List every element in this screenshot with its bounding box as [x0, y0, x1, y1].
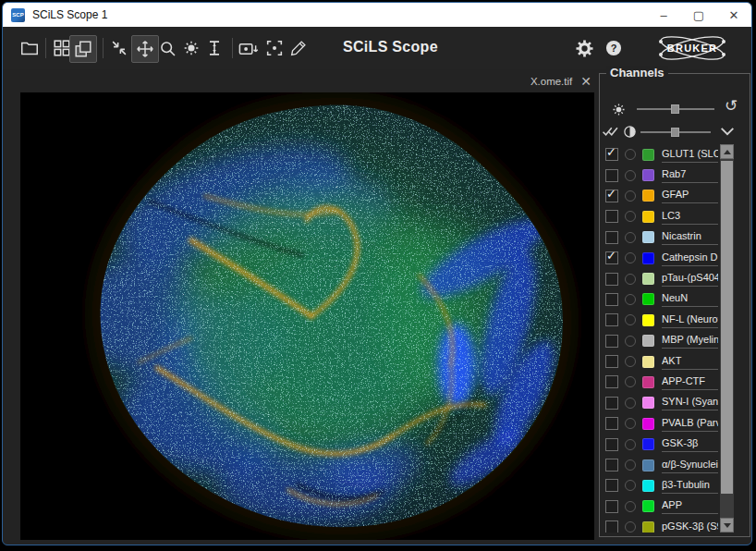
channel-checkbox[interactable]: ✓ — [605, 148, 618, 161]
channel-color-swatch[interactable] — [642, 438, 654, 450]
chevron-down-icon[interactable] — [719, 125, 736, 138]
channel-solo-radio[interactable] — [625, 211, 636, 222]
channel-checkbox[interactable]: ✓ — [605, 459, 618, 471]
channel-checkbox[interactable]: ✓ — [605, 169, 618, 182]
channel-checkbox[interactable]: ✓ — [605, 500, 618, 513]
channel-checkbox[interactable]: ✓ — [605, 355, 618, 368]
minimize-button[interactable]: – — [646, 3, 681, 27]
scrollbar-thumb[interactable] — [721, 161, 733, 494]
channel-solo-radio[interactable] — [625, 190, 636, 202]
channel-checkbox[interactable]: ✓ — [605, 273, 618, 286]
annotate-pencil-button[interactable] — [287, 36, 311, 60]
channel-color-swatch[interactable] — [642, 149, 654, 161]
channel-label[interactable]: Nicastrin — [662, 229, 718, 245]
channel-checkbox[interactable]: ✓ — [605, 210, 618, 223]
tab-close-icon[interactable]: ✕ — [580, 77, 591, 86]
contrast-slider-thumb[interactable] — [671, 128, 679, 137]
channel-checkbox[interactable]: ✓ — [605, 190, 618, 202]
channel-list-scrollbar[interactable] — [720, 144, 734, 533]
channel-solo-radio[interactable] — [625, 439, 636, 450]
intensity-range-button[interactable] — [202, 36, 226, 60]
contrast-slider[interactable] — [640, 127, 711, 138]
export-snapshot-button[interactable] — [236, 36, 260, 60]
channel-label[interactable]: SYN-I (Syanpsin — [662, 395, 718, 410]
channel-label[interactable]: GLUT1 (SLC2A1 — [662, 147, 718, 163]
channel-label[interactable]: GSK-3β — [662, 436, 718, 452]
channel-color-swatch[interactable] — [642, 169, 654, 181]
channel-color-swatch[interactable] — [642, 397, 654, 409]
image-canvas[interactable] — [20, 92, 594, 540]
channel-label[interactable]: PVALB (Parvalb — [662, 416, 718, 432]
channel-solo-radio[interactable] — [625, 170, 636, 181]
settings-button[interactable] — [572, 36, 596, 60]
channel-color-swatch[interactable] — [642, 190, 654, 202]
close-button[interactable]: ✕ — [716, 3, 751, 27]
brightness-slider-thumb[interactable] — [671, 104, 679, 114]
channel-label[interactable]: AKT — [662, 354, 718, 370]
channel-color-swatch[interactable] — [642, 273, 654, 285]
channel-checkbox[interactable]: ✓ — [605, 231, 618, 244]
channel-color-swatch[interactable] — [642, 335, 654, 347]
channel-checkbox[interactable]: ✓ — [605, 520, 618, 533]
fit-to-view-button[interactable] — [107, 36, 131, 60]
channel-label[interactable]: pGSK-3β (S9) — [662, 520, 718, 533]
channel-color-swatch[interactable] — [642, 376, 654, 388]
channel-label[interactable]: pTau-(pS404) ( — [662, 271, 718, 287]
channel-label[interactable]: Rab7 — [662, 167, 718, 183]
channel-solo-radio[interactable] — [625, 252, 636, 263]
channel-checkbox[interactable]: ✓ — [605, 293, 618, 306]
channel-checkbox[interactable]: ✓ — [605, 438, 618, 451]
channel-color-swatch[interactable] — [642, 252, 654, 264]
channel-solo-radio[interactable] — [625, 480, 636, 491]
channel-color-swatch[interactable] — [642, 521, 654, 533]
channel-color-swatch[interactable] — [642, 500, 654, 512]
scroll-down-button[interactable] — [720, 518, 734, 533]
maximize-button[interactable]: ▢ — [681, 3, 716, 27]
channel-solo-radio[interactable] — [625, 274, 636, 285]
channel-solo-radio[interactable] — [625, 376, 636, 387]
channel-solo-radio[interactable] — [625, 501, 636, 512]
channel-color-swatch[interactable] — [642, 418, 654, 430]
channel-label[interactable]: Cathepsin D — [662, 251, 718, 266]
channel-checkbox[interactable]: ✓ — [605, 397, 618, 410]
channel-color-swatch[interactable] — [642, 356, 654, 368]
channel-solo-radio[interactable] — [625, 314, 636, 325]
channel-solo-radio[interactable] — [625, 418, 636, 429]
channel-solo-radio[interactable] — [625, 459, 636, 471]
channel-checkbox[interactable]: ✓ — [605, 251, 618, 264]
channel-checkbox[interactable]: ✓ — [605, 375, 618, 388]
layers-button[interactable] — [69, 35, 97, 63]
channel-label[interactable]: β3-Tubulin — [662, 478, 718, 494]
channel-solo-radio[interactable] — [625, 294, 636, 305]
channel-label[interactable]: APP-CTF — [662, 374, 718, 390]
image-tab[interactable]: X.ome.tif ✕ — [20, 70, 594, 92]
channel-solo-radio[interactable] — [625, 398, 636, 409]
channel-solo-radio[interactable] — [625, 356, 636, 367]
channel-checkbox[interactable]: ✓ — [605, 417, 618, 430]
capture-region-button[interactable] — [262, 36, 287, 60]
reset-icon[interactable]: ↺ — [725, 98, 738, 114]
channel-checkbox[interactable]: ✓ — [605, 335, 618, 348]
channel-label[interactable]: GFAP — [662, 188, 718, 203]
channel-solo-radio[interactable] — [625, 336, 636, 347]
open-folder-button[interactable] — [18, 36, 42, 60]
channel-solo-radio[interactable] — [625, 521, 636, 533]
scroll-up-button[interactable] — [720, 144, 734, 159]
channel-color-swatch[interactable] — [642, 480, 654, 492]
channel-checkbox[interactable]: ✓ — [605, 313, 618, 326]
channel-label[interactable]: NF-L (Neurofila — [662, 312, 718, 328]
channel-color-swatch[interactable] — [642, 293, 654, 305]
channel-checkbox[interactable]: ✓ — [605, 479, 618, 492]
channel-label[interactable]: α/β-Synuclein — [662, 458, 718, 473]
zoom-button[interactable] — [155, 36, 179, 60]
channel-label[interactable]: LC3 — [662, 209, 718, 225]
brightness-button[interactable] — [179, 36, 203, 60]
help-button[interactable]: ? — [602, 36, 626, 60]
channel-color-swatch[interactable] — [642, 314, 654, 326]
channel-solo-radio[interactable] — [625, 232, 636, 243]
channel-label[interactable]: NeuN — [662, 291, 718, 307]
channel-label[interactable]: MBP (Myelin Ba — [662, 333, 718, 349]
select-all-check-icon[interactable] — [602, 124, 620, 139]
channel-color-swatch[interactable] — [642, 459, 654, 471]
channel-color-swatch[interactable] — [642, 231, 654, 243]
